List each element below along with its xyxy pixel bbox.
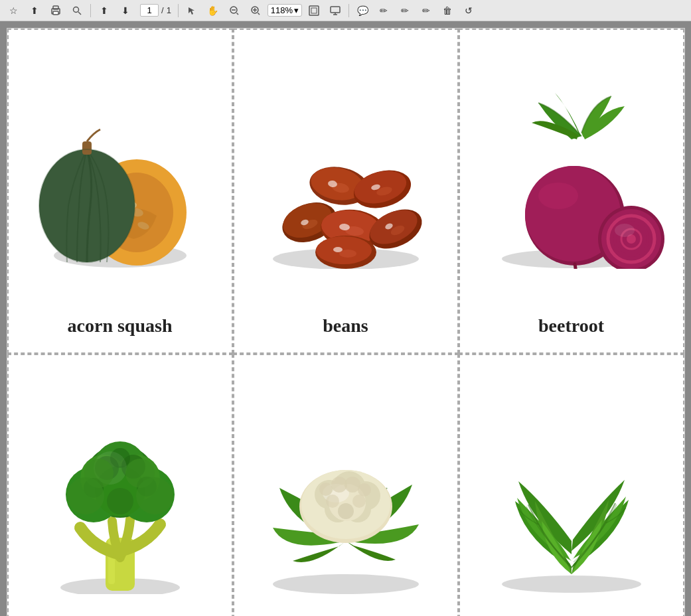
zoom-dropdown-icon: ▾ (294, 5, 299, 15)
flashcard-broccoli: broccoli (7, 354, 233, 616)
presentation-button[interactable] (326, 2, 345, 19)
prev-page-button[interactable]: ⬆ (95, 2, 114, 19)
bookmark-button[interactable]: ☆ (4, 2, 23, 19)
beetroot-image (473, 43, 670, 309)
svg-point-51 (333, 247, 343, 252)
search-zoom-button[interactable] (68, 2, 86, 19)
flashcard-spinach: spinach Discuz! (459, 354, 684, 616)
flashcard-beans: beans (233, 29, 459, 354)
broccoli-image (22, 368, 218, 616)
zoom-value: 118% (271, 5, 293, 15)
svg-point-62 (615, 224, 635, 237)
svg-point-94 (319, 483, 333, 496)
zoom-selector[interactable]: 118% ▾ (268, 4, 302, 17)
acorn-squash-label: acorn squash (68, 309, 173, 337)
separator-3 (348, 4, 349, 17)
svg-point-81 (107, 488, 133, 514)
comment-button[interactable]: 💬 (353, 2, 372, 19)
draw-button[interactable]: ✏ (396, 2, 414, 19)
undo-button[interactable]: ↺ (459, 2, 478, 19)
flashcard-grid: acorn squash (7, 28, 685, 616)
upload-button[interactable]: ⬆ (25, 2, 44, 19)
zoom-in-button[interactable] (246, 2, 265, 19)
beans-label: beans (323, 309, 368, 337)
next-page-button[interactable]: ⬇ (116, 2, 135, 19)
svg-point-98 (326, 495, 339, 508)
toolbar: ☆ ⬆ ⬆ ⬇ / 1 ✋ 118% ▾ 💬 ✏ ✏ ✏ 🗑 ↺ (0, 0, 691, 21)
flashcard-cauliflower: cauliflower (233, 354, 459, 616)
svg-line-11 (258, 13, 260, 15)
print-button[interactable] (46, 2, 65, 19)
stamp-button[interactable]: ✏ (417, 2, 435, 19)
delete-button[interactable]: 🗑 (438, 2, 457, 19)
svg-point-82 (67, 477, 104, 514)
page-total: 1 (167, 5, 171, 15)
svg-point-3 (74, 7, 79, 12)
svg-point-100 (338, 503, 354, 519)
acorn-squash-image (22, 43, 218, 309)
svg-line-4 (78, 12, 81, 15)
main-content: acorn squash (0, 21, 691, 616)
svg-point-101 (502, 576, 641, 593)
svg-rect-13 (311, 8, 317, 13)
beetroot-label: beetroot (538, 309, 604, 337)
svg-point-99 (352, 495, 366, 508)
page-indicator: / 1 (137, 4, 174, 17)
flashcard-acorn-squash: acorn squash (7, 29, 233, 354)
separator-1 (90, 4, 91, 17)
svg-rect-12 (309, 6, 319, 15)
svg-rect-14 (331, 7, 340, 13)
svg-point-83 (136, 477, 173, 514)
cursor-select-button[interactable] (183, 2, 201, 19)
svg-point-55 (538, 183, 578, 209)
fit-page-button[interactable] (305, 2, 323, 19)
spinach-image (473, 368, 670, 616)
pan-button[interactable]: ✋ (204, 2, 222, 19)
separator-2 (178, 4, 179, 17)
zoom-out-button[interactable] (225, 2, 244, 19)
page-number-input[interactable] (140, 4, 159, 17)
svg-rect-2 (53, 11, 58, 15)
svg-rect-1 (53, 6, 58, 9)
page-separator: / (161, 5, 164, 15)
svg-line-7 (236, 13, 238, 15)
cauliflower-image (248, 368, 444, 616)
highlight-button[interactable]: ✏ (374, 2, 393, 19)
svg-rect-25 (82, 141, 92, 155)
flashcard-beetroot: beetroot (459, 29, 684, 354)
svg-point-84 (273, 574, 419, 594)
beans-image (248, 43, 444, 309)
svg-point-97 (358, 483, 371, 497)
